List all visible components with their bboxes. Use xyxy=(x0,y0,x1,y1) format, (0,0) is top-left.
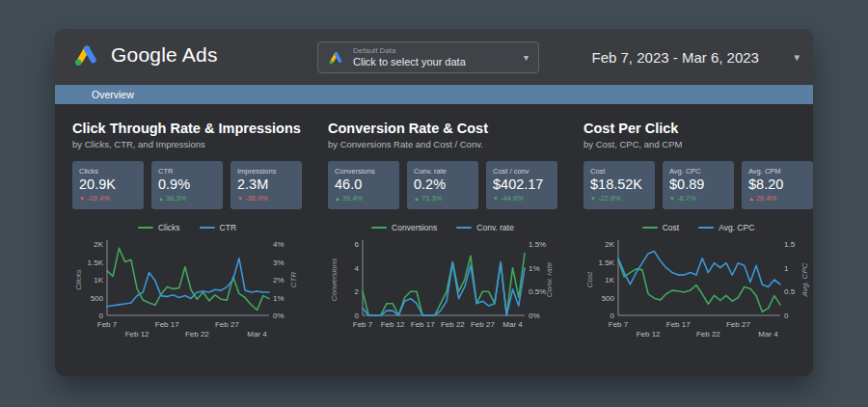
delta-value: -19.4% xyxy=(87,194,110,203)
y-axis-tick: 1% xyxy=(529,264,540,273)
chart-legend: Clicks CTR xyxy=(72,223,302,232)
conversions-rate-chart[interactable]: Conversions Conv. rate 02460%0.5%1%1.5%C… xyxy=(328,223,557,348)
scorecard-conversions: Conversions 46.0 ▲39.4% xyxy=(328,161,399,209)
scorecard-value: $18.52K xyxy=(590,176,648,192)
line-chart-svg[interactable]: 05001K1.5K2K00.511.5CostAvg. CPCFeb 7Feb… xyxy=(583,234,813,348)
section-ctr-impressions: Click Through Rate & Impressions by Clic… xyxy=(72,121,302,348)
date-range-text: Feb 7, 2023 - Mar 6, 2023 xyxy=(556,49,794,66)
y-axis-tick: 1.5% xyxy=(529,240,546,249)
y-axis-tick: 0% xyxy=(529,312,540,320)
delta-arrow-icon: ▲ xyxy=(335,196,340,202)
cost-cpc-chart[interactable]: Cost Avg. CPC 05001K1.5K2K00.511.5CostAv… xyxy=(583,223,813,348)
y-axis-tick: 0 xyxy=(610,312,615,320)
delta-value: -8.7% xyxy=(677,194,696,203)
y-axis-tick: 4 xyxy=(355,264,360,273)
delta-badge: ▲73.3% xyxy=(414,194,472,203)
scorecard-clicks: Clicks 20.9K ▼-19.4% xyxy=(72,161,144,209)
scorecard-label: Avg. CPC xyxy=(669,167,727,176)
delta-badge: ▼-19.4% xyxy=(79,194,137,203)
x-axis-tick: Feb 27 xyxy=(726,320,750,329)
section-cost-per-click: Cost Per Click by Cost, CPC, and CPM Cos… xyxy=(583,121,813,348)
legend-swatch xyxy=(698,227,714,229)
delta-badge: ▼-22.8% xyxy=(590,194,648,203)
y-axis-tick: 500 xyxy=(91,294,104,303)
scorecard-value: 46.0 xyxy=(335,176,393,192)
x-axis-tick: Feb 12 xyxy=(381,320,405,329)
y-axis-tick: 0 xyxy=(99,312,104,320)
y-axis-tick: 1.5 xyxy=(784,240,796,249)
y-axis-tick: 1K xyxy=(94,276,103,285)
y-axis-tick: 2K xyxy=(94,240,103,249)
google-ads-logo: Google Ads xyxy=(72,42,218,68)
delta-value: -22.8% xyxy=(598,194,621,203)
delta-arrow-icon: ▼ xyxy=(669,196,675,202)
date-range-picker[interactable]: Feb 7, 2023 - Mar 6, 2023 ▾ xyxy=(556,41,800,73)
report-header: Google Ads Default Data Click to select … xyxy=(55,29,813,85)
scorecard-value: $8.20 xyxy=(748,176,806,192)
y-axis-tick: 2% xyxy=(273,276,285,285)
legend-item: Conversions xyxy=(371,223,437,232)
y-axis-tick: 4% xyxy=(273,240,285,249)
y-axis-tick: 1% xyxy=(273,294,285,303)
line-chart-svg[interactable]: 05001K1.5K2K0%1%2%3%4%ClicksCTRFeb 7Feb … xyxy=(72,234,302,348)
legend-label: Conversions xyxy=(392,223,437,232)
x-axis-tick: Feb 22 xyxy=(696,330,720,339)
series-line-conv-rate xyxy=(363,263,525,315)
delta-arrow-icon: ▼ xyxy=(493,196,499,202)
clicks-ctr-chart[interactable]: Clicks CTR 05001K1.5K2K0%1%2%3%4%ClicksC… xyxy=(72,223,302,348)
legend-label: Cost xyxy=(663,223,679,232)
scorecard-conv-rate: Conv. rate 0.2% ▲73.3% xyxy=(407,161,478,209)
chevron-down-icon: ▾ xyxy=(794,51,800,64)
legend-swatch xyxy=(371,227,387,229)
legend-item: Conv. rate xyxy=(456,223,514,232)
tab-overview[interactable]: Overview xyxy=(55,85,134,104)
section-subtitle: by Conversions Rate and Cost / Conv. xyxy=(328,139,557,149)
delta-arrow-icon: ▼ xyxy=(237,196,243,202)
y-axis-tick: 500 xyxy=(602,294,615,303)
x-axis-tick: Feb 7 xyxy=(609,320,629,329)
delta-arrow-icon: ▲ xyxy=(748,196,754,202)
scorecard-value: 0.9% xyxy=(158,176,216,192)
data-source-selector[interactable]: Default Data Click to select your data ▾ xyxy=(317,41,539,73)
x-axis-tick: Feb 22 xyxy=(441,320,465,329)
x-axis-tick: Feb 12 xyxy=(637,330,661,339)
legend-swatch xyxy=(138,227,153,229)
y-axis-title: Avg. CPC xyxy=(800,262,809,297)
legend-item: CTR xyxy=(200,223,236,232)
y-axis-tick: 0 xyxy=(784,312,789,320)
x-axis-tick: Feb 27 xyxy=(471,320,495,329)
legend-swatch xyxy=(642,227,658,229)
y-axis-tick: 1K xyxy=(605,276,614,285)
legend-swatch xyxy=(200,227,215,229)
scorecard-avg-cpm: Avg. CPM $8.20 ▲26.4% xyxy=(742,161,813,209)
x-axis-tick: Feb 22 xyxy=(185,330,209,339)
delta-arrow-icon: ▲ xyxy=(414,196,420,202)
x-axis-tick: Mar 4 xyxy=(502,320,523,329)
y-axis-title: Conv. rate xyxy=(545,261,554,297)
delta-value: 73.3% xyxy=(421,194,442,203)
x-axis-tick: Feb 27 xyxy=(215,320,239,329)
product-name: Google Ads xyxy=(111,43,218,67)
legend-item: Clicks xyxy=(138,223,180,232)
legend-label: Clicks xyxy=(158,223,180,232)
delta-value: -38.9% xyxy=(245,194,268,203)
legend-swatch xyxy=(456,227,472,229)
y-axis-tick: 3% xyxy=(273,258,285,267)
legend-item: Cost xyxy=(642,223,679,232)
delta-value: 39.4% xyxy=(342,194,363,203)
delta-arrow-icon: ▲ xyxy=(158,196,164,202)
x-axis-tick: Feb 17 xyxy=(155,320,179,329)
delta-badge: ▼-38.9% xyxy=(237,194,295,203)
report-canvas: Google Ads Default Data Click to select … xyxy=(55,29,813,376)
delta-value: -44.6% xyxy=(501,194,524,203)
scorecard-label: Impressions xyxy=(237,167,295,176)
delta-badge: ▲39.4% xyxy=(335,194,393,203)
y-axis-title: Clicks xyxy=(74,269,83,289)
page-tab-bar: Overview xyxy=(55,85,813,104)
delta-badge: ▲26.4% xyxy=(748,194,806,203)
delta-badge: ▼-8.7% xyxy=(669,194,727,203)
line-chart-svg[interactable]: 02460%0.5%1%1.5%ConversionsConv. rateFeb… xyxy=(328,234,557,348)
y-axis-title: CTR xyxy=(289,272,298,288)
section-title: Click Through Rate & Impressions xyxy=(72,121,302,136)
scorecard-value: 2.3M xyxy=(237,176,295,192)
